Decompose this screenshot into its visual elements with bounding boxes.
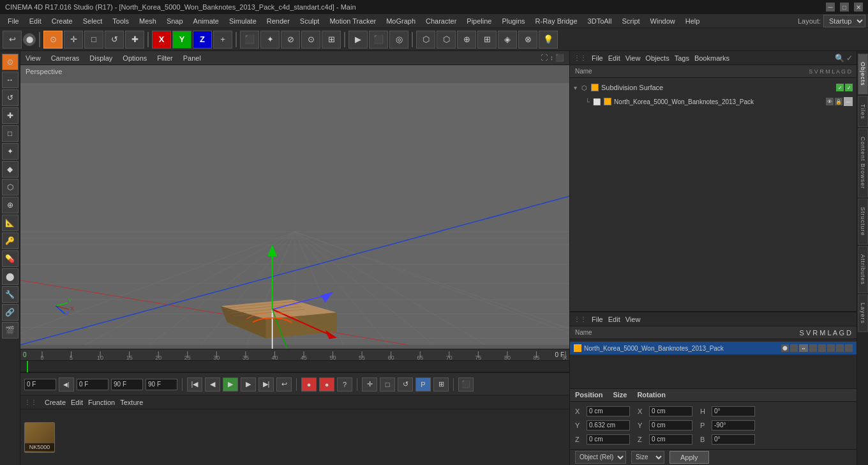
uv-mode-button[interactable]: ⊞ [322,31,341,49]
vp-menu-display[interactable]: Display [89,54,112,62]
select-mode-button[interactable]: ⊙ [43,31,63,49]
materials-menu-edit[interactable]: Edit [71,399,83,406]
tab-structure[interactable]: Structure [858,199,868,245]
polygon-mode-button[interactable]: ✦ [260,31,280,49]
point-mode-button[interactable]: ⊙ [301,31,320,49]
menu-sculpt[interactable]: Sculpt [295,16,325,26]
vp-menu-view[interactable]: View [26,54,41,62]
display-gouraud-button[interactable]: ⊕ [457,31,476,49]
timeline-pos-button[interactable]: P [415,377,431,392]
transform-button[interactable]: ✚ [125,31,144,49]
menu-edit[interactable]: Edit [24,16,47,26]
vp-menu-panel[interactable]: Panel [183,54,201,62]
record-button[interactable]: ● [301,377,317,392]
objects-menu-file[interactable]: File [592,54,603,62]
objects-search-icon[interactable]: 🔍 ✓ [835,54,853,63]
viewport[interactable]: View Cameras Display Options Filter Pane… [20,51,569,349]
menu-plugins[interactable]: Plugins [497,16,530,26]
menu-script[interactable]: Script [617,16,645,26]
tool-link[interactable]: 🔗 [2,304,19,321]
menu-animate[interactable]: Animate [188,16,224,26]
end-frame2-input[interactable] [146,379,177,390]
objects-menu-view[interactable]: View [625,54,641,62]
menu-snap[interactable]: Snap [161,16,188,26]
rot-p-input[interactable] [712,420,755,431]
menu-pipeline[interactable]: Pipeline [461,16,497,26]
step-forward-button[interactable]: ▶ [241,377,256,392]
tool-move[interactable]: ↔ [2,72,19,88]
attr-flag-1[interactable]: ⬤ [781,344,789,352]
objects-menu-bookmarks[interactable]: Bookmarks [694,54,730,62]
attr-menu-file[interactable]: File [592,316,603,323]
timeline-track[interactable] [20,361,569,372]
display-isopar-button[interactable]: ⊗ [518,31,537,49]
edge-mode-button[interactable]: ⊘ [281,31,300,49]
size-y-input[interactable] [649,420,692,431]
render-active-button[interactable]: ▶ [348,31,368,49]
menu-select[interactable]: Select [78,16,108,26]
start-frame-input[interactable] [77,379,108,390]
scale-button[interactable]: □ [84,31,103,49]
display-texture-button[interactable]: ⊞ [477,31,497,49]
obj-flag-eye[interactable]: 👁 [826,98,834,105]
frame-left-btn[interactable]: ◀| [59,377,74,392]
rotate-button[interactable]: ↺ [105,31,124,49]
axis-x-button[interactable]: X [152,31,171,49]
attr-flag-8[interactable] [845,344,853,352]
menu-file[interactable]: File [3,16,24,26]
objects-menu-edit[interactable]: Edit [608,54,620,62]
move-button[interactable]: ✛ [64,31,83,49]
attr-row-banknote[interactable]: North_Korea_5000_Won_Banknotes_2013_Pack… [570,342,857,354]
pos-z-input[interactable] [587,434,630,445]
undo-button[interactable]: ↩ [3,31,22,49]
obj-flag-lock[interactable]: 🔒 [835,98,842,105]
objects-menu-tags[interactable]: Tags [675,54,689,62]
tool-wrench[interactable]: 🔧 [2,286,19,303]
end-frame-input[interactable] [111,379,143,390]
pos-y-input[interactable] [587,420,630,431]
timeline-scale-button[interactable]: □ [380,377,395,392]
axis-all-button[interactable]: + [213,31,232,49]
goto-end-button[interactable]: ▶| [258,377,274,392]
tool-box[interactable]: □ [2,125,19,142]
attr-menu-view[interactable]: View [625,316,641,323]
goto-start-button[interactable]: |◀ [187,377,202,392]
attr-flag-4[interactable] [809,344,817,352]
menu-3dtoall[interactable]: 3DToAll [583,16,617,26]
menu-render[interactable]: Render [262,16,295,26]
tool-circle[interactable]: ⬤ [2,268,19,285]
menu-motion-tracker[interactable]: Motion Tracker [324,16,381,26]
display-wire-button[interactable]: ◈ [498,31,517,49]
menu-window[interactable]: Window [645,16,680,26]
materials-menu-function[interactable]: Function [88,399,115,406]
tool-key[interactable]: 🔑 [2,232,19,249]
display-lines-button[interactable]: ⬡ [416,31,435,49]
menu-tools[interactable]: Tools [107,16,134,26]
menu-simulate[interactable]: Simulate [224,16,262,26]
attr-menu-edit[interactable]: Edit [608,316,620,323]
menu-mograph[interactable]: MoGraph [381,16,421,26]
tool-select[interactable]: ⊙ [2,54,19,70]
tab-attributes[interactable]: Attributes [858,246,868,293]
current-frame-input[interactable] [24,379,56,390]
coord-system-select[interactable]: Object (Rel) World [575,451,626,464]
obj-flag-extra[interactable]: ▪▪▪ [844,97,853,106]
axis-z-button[interactable]: Z [193,31,212,49]
obj-row-subdivision[interactable]: ▾ ⬡ Subdivision Surface ✓ ✓ [570,80,857,95]
tool-star[interactable]: ✦ [2,143,19,160]
vp-menu-cameras[interactable]: Cameras [51,54,80,62]
timeline-move-button[interactable]: ✛ [362,377,377,392]
menu-create[interactable]: Create [47,16,78,26]
layout-select[interactable]: Startup [823,15,865,27]
menu-help[interactable]: Help [680,16,705,26]
tab-content-browser[interactable]: Content Browser [858,128,868,197]
tab-tiles[interactable]: Tiles [858,96,868,128]
light-button[interactable]: 💡 [539,31,558,49]
menu-vray[interactable]: R-Ray Bridge [530,16,583,26]
obj-flag-check[interactable]: ✓ [845,84,853,91]
redo-button[interactable]: ⬤ [23,33,36,46]
materials-menu-create[interactable]: Create [45,399,66,406]
obj-flag-s[interactable]: ✓ [836,84,844,91]
attr-flag-2[interactable] [790,344,798,352]
minimize-button[interactable]: ─ [826,3,835,11]
